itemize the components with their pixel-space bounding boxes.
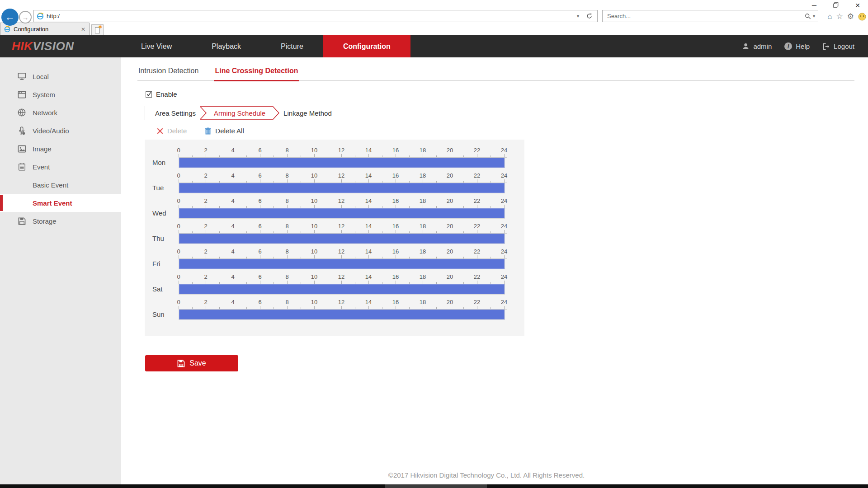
tick-mark [477,306,477,309]
hour-tick-label: 0 [177,147,180,154]
refresh-button[interactable] [583,10,595,22]
delete-all-button[interactable]: Delete All [205,127,244,135]
favorites-star-icon[interactable]: ☆ [836,12,843,21]
tick-mark [341,281,342,284]
sidebar-item-image[interactable]: Image [0,140,121,158]
enable-checkbox[interactable] [146,91,152,98]
hour-tick-label: 2 [204,223,207,230]
sidebar-item-event[interactable]: Event [0,158,121,176]
user-menu[interactable]: admin [742,42,772,50]
schedule-bar-sat[interactable] [179,284,505,294]
hour-tick-label: 0 [177,299,180,305]
tick-mark [206,255,206,258]
tick-mark [423,255,423,258]
tick-mark [504,230,505,233]
minimize-button[interactable]: ─ [810,2,818,9]
browser-back-button[interactable]: ← [1,9,19,26]
nav-item-playback[interactable]: Playback [192,35,261,57]
hour-tick-label: 24 [501,147,507,154]
tick-mark [409,206,410,208]
settings-gear-icon[interactable]: ⚙ [847,12,854,21]
tick-mark [341,230,342,233]
hour-tick-label: 16 [392,147,399,154]
logout-button[interactable]: Logout [822,42,854,50]
hour-tick-label: 16 [392,172,399,179]
hour-tick-label: 8 [285,172,288,179]
detection-tabs: Intrusion Detection Line Crossing Detect… [137,63,854,81]
search-dropdown-icon[interactable]: ▾ [813,14,815,19]
tick-mark [368,306,369,309]
search-input[interactable] [607,13,805,19]
search-box[interactable]: ▾ [602,10,818,22]
arming-schedule-panel: Mon024681012141618202224Tue0246810121416… [145,140,524,336]
schedule-track[interactable] [179,310,505,320]
schedule-track[interactable] [179,234,505,244]
tick-mark [396,230,396,233]
schedule-bar-thu[interactable] [179,234,505,244]
tab-intrusion-detection[interactable]: Intrusion Detection [137,63,199,80]
nav-item-configuration[interactable]: Configuration [323,35,410,57]
tick-mark [301,307,301,309]
nav-item-picture[interactable]: Picture [261,35,323,57]
tick-mark [368,255,369,258]
feedback-smiley-icon[interactable] [858,13,866,21]
schedule-track[interactable] [179,284,505,295]
main-content: Intrusion Detection Line Crossing Detect… [121,57,868,484]
hour-tick-label: 18 [420,273,426,280]
schedule-bar-tue[interactable] [179,183,505,193]
schedule-bar-fri[interactable] [179,259,505,269]
schedule-track[interactable] [179,259,505,269]
home-icon[interactable]: ⌂ [827,12,832,21]
tick-mark [450,179,450,183]
search-icon[interactable] [805,13,811,19]
hour-tick-label: 6 [258,273,261,280]
help-label: Help [796,42,810,50]
browser-forward-button[interactable]: → [19,11,32,23]
sidebar-item-network[interactable]: Network [0,103,121,122]
schedule-bar-wed[interactable] [179,208,505,218]
schedule-track[interactable] [179,158,505,168]
sidebar-item-basic-event[interactable]: Basic Event [0,176,121,194]
address-dropdown-icon[interactable]: ▾ [573,14,583,19]
schedule-bar-sun[interactable] [179,310,505,319]
sidebar-item-local[interactable]: Local [0,67,121,85]
restore-button[interactable] [832,2,840,9]
tick-mark [192,282,193,284]
sidebar-item-system[interactable]: System [0,85,121,103]
tick-mark [219,181,220,183]
schedule-bar-mon[interactable] [179,158,505,168]
delete-x-icon [157,128,163,134]
sidebar-item-storage[interactable]: Storage [0,212,121,230]
hour-tick-label: 12 [338,197,344,204]
schedule-track[interactable] [179,183,505,193]
sidebar-item-smart-event[interactable]: Smart Event [0,194,121,212]
day-label: Tue [145,172,179,193]
refresh-icon [586,13,592,19]
tick-mark [260,230,260,233]
tick-mark [436,206,437,208]
tick-mark [491,181,491,183]
nav-item-live-view[interactable]: Live View [121,35,192,57]
sidebar-item-video-audio[interactable]: Video/Audio [0,122,121,140]
tick-mark [287,154,288,157]
schedule-track[interactable] [179,208,505,219]
delete-button[interactable]: Delete [157,127,187,135]
help-button[interactable]: i Help [784,42,810,50]
tick-mark [491,155,491,157]
tick-mark [504,255,505,258]
tab-line-crossing-detection[interactable]: Line Crossing Detection [214,63,299,80]
address-bar[interactable]: http:/ ▾ [33,10,598,22]
globe-icon [17,108,26,117]
subtab-area-settings[interactable]: Area Settings [145,106,206,120]
tick-mark [314,205,315,208]
tick-mark [504,205,505,208]
tick-mark [179,230,179,233]
tab-close-icon[interactable]: ✕ [81,26,85,33]
subtab-linkage-method[interactable]: Linkage Method [274,106,342,120]
close-button[interactable]: ✕ [854,2,862,9]
subtab-arming-schedule[interactable]: Arming Schedule [206,106,274,120]
new-tab-button[interactable]: ✱ [91,24,104,35]
save-button[interactable]: Save [145,355,238,371]
hour-tick-label: 14 [365,273,372,280]
tick-mark [192,257,193,258]
